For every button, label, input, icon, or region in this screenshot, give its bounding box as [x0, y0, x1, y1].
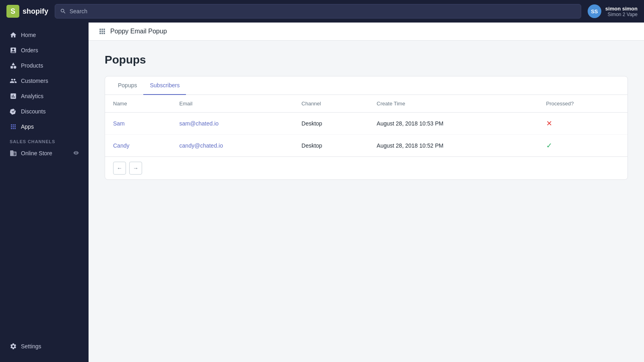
row-email[interactable]: candy@chated.io [171, 135, 293, 157]
table-body: Samsam@chated.ioDesktopAugust 28, 2018 1… [105, 113, 627, 157]
discounts-icon [10, 108, 17, 115]
table-row: Candycandy@chated.ioDesktopAugust 28, 20… [105, 135, 627, 157]
tab-popups[interactable]: Popups [111, 76, 143, 95]
row-name[interactable]: Candy [105, 135, 171, 157]
sidebar-item-discounts[interactable]: Discounts [3, 104, 85, 119]
tab-subscribers[interactable]: Subscribers [143, 76, 186, 95]
sidebar: Home Orders Products Customers Analytics [0, 23, 89, 362]
page-header-title: Poppy Email Popup [110, 28, 167, 35]
analytics-icon [10, 93, 17, 100]
sidebar-item-orders-label: Orders [21, 47, 38, 53]
sidebar-item-home[interactable]: Home [3, 28, 85, 42]
sidebar-item-online-store-label: Online Store [21, 150, 52, 156]
search-icon [60, 8, 66, 14]
row-name[interactable]: Sam [105, 113, 171, 135]
breadcrumb: Poppy Email Popup [89, 23, 644, 41]
subscribers-table: Name Email Channel Create Time Processed… [105, 95, 627, 156]
check-icon: ✓ [546, 142, 552, 150]
svg-text:S: S [10, 7, 15, 15]
breadcrumb-apps-icon [98, 27, 106, 35]
user-area: SS simon simon Simon 2 Vape [588, 4, 638, 18]
row-email[interactable]: sam@chated.io [171, 113, 293, 135]
apps-icon [10, 123, 17, 130]
sidebar-item-discounts-label: Discounts [21, 108, 45, 115]
main-layout: Home Orders Products Customers Analytics [0, 23, 644, 362]
table-row: Samsam@chated.ioDesktopAugust 28, 2018 1… [105, 113, 627, 135]
sidebar-item-online-store[interactable]: Online Store [3, 146, 85, 160]
col-create-time: Create Time [369, 95, 538, 113]
pagination: ← → [105, 156, 627, 179]
sidebar-item-customers-label: Customers [21, 78, 48, 84]
row-channel: Desktop [293, 135, 369, 157]
online-store-eye-icon [73, 150, 79, 157]
settings-icon [10, 343, 17, 350]
user-store: Simon 2 Vape [605, 12, 638, 17]
prev-page-button[interactable]: ← [113, 162, 126, 175]
main-content: Popups Popups Subscribers Name Email Ch [89, 41, 644, 193]
sales-channels-title: SALES CHANNELS [3, 134, 85, 146]
sidebar-item-settings[interactable]: Settings [3, 339, 85, 354]
sidebar-item-products-label: Products [21, 62, 43, 69]
user-name: simon simon [605, 6, 638, 12]
table-header: Name Email Channel Create Time Processed… [105, 95, 627, 113]
sidebar-item-products[interactable]: Products [3, 58, 85, 73]
sidebar-item-orders[interactable]: Orders [3, 43, 85, 58]
page-title: Popups [105, 53, 628, 66]
logo-text: shopify [23, 7, 48, 16]
logo[interactable]: S shopify [6, 5, 48, 18]
col-email: Email [171, 95, 293, 113]
row-create-time: August 28, 2018 10:53 PM [369, 113, 538, 135]
cross-icon: ✕ [546, 119, 552, 128]
popups-card: Popups Subscribers Name Email Channel Cr… [105, 76, 628, 180]
table-container: Name Email Channel Create Time Processed… [105, 95, 627, 156]
sidebar-item-home-label: Home [21, 32, 36, 38]
row-create-time: August 28, 2018 10:52 PM [369, 135, 538, 157]
sidebar-item-analytics[interactable]: Analytics [3, 89, 85, 103]
col-channel: Channel [293, 95, 369, 113]
home-icon [10, 31, 17, 39]
col-name: Name [105, 95, 171, 113]
search-input[interactable] [70, 8, 576, 14]
search-bar[interactable] [55, 4, 581, 19]
col-processed: Processed? [538, 95, 627, 113]
sidebar-item-settings-label: Settings [21, 343, 41, 350]
row-channel: Desktop [293, 113, 369, 135]
orders-icon [10, 47, 17, 54]
sidebar-item-apps-label: Apps [21, 123, 34, 130]
avatar: SS [588, 4, 601, 18]
shopify-logo-icon: S [6, 5, 19, 18]
sidebar-item-customers[interactable]: Customers [3, 74, 85, 88]
row-processed: ✓ [538, 135, 627, 157]
user-info: simon simon Simon 2 Vape [605, 6, 638, 17]
store-icon [10, 150, 17, 157]
sidebar-item-apps[interactable]: Apps [3, 119, 85, 134]
products-icon [10, 62, 17, 69]
content-area: Poppy Email Popup Popups Popups Subscrib… [89, 23, 644, 362]
topbar: S shopify SS simon simon Simon 2 Vape [0, 0, 644, 23]
customers-icon [10, 77, 17, 84]
tabs: Popups Subscribers [105, 76, 627, 95]
next-page-button[interactable]: → [129, 162, 142, 175]
row-processed: ✕ [538, 113, 627, 135]
sidebar-item-analytics-label: Analytics [21, 93, 43, 99]
